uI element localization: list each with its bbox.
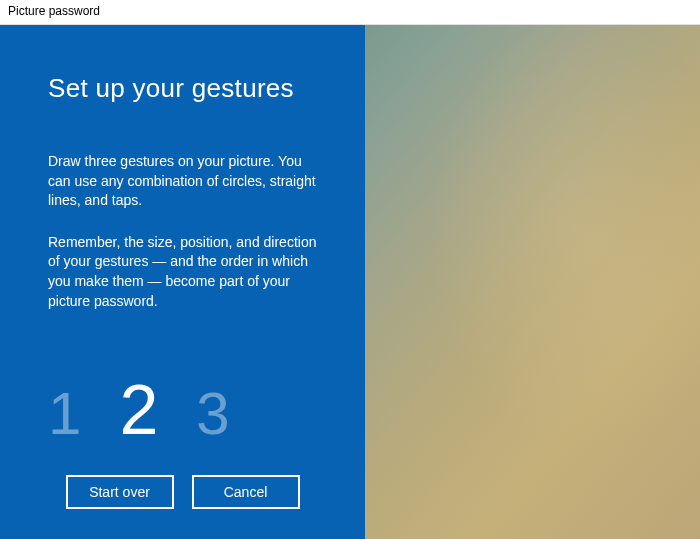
start-over-button[interactable]: Start over — [66, 475, 174, 509]
step-3: 3 — [196, 384, 229, 444]
instruction-text-2: Remember, the size, position, and direct… — [48, 233, 325, 311]
button-row: Start over Cancel — [0, 475, 365, 509]
step-1: 1 — [48, 384, 81, 444]
instruction-text-1: Draw three gestures on your picture. You… — [48, 152, 325, 211]
instruction-panel: Set up your gestures Draw three gestures… — [0, 25, 365, 539]
gesture-picture-area[interactable] — [365, 25, 700, 539]
window-titlebar: Picture password — [0, 0, 700, 25]
window-title: Picture password — [8, 4, 100, 18]
page-heading: Set up your gestures — [48, 73, 325, 104]
gesture-step-indicator: 1 2 3 — [48, 375, 325, 445]
step-2-active: 2 — [119, 375, 158, 445]
content-area: Set up your gestures Draw three gestures… — [0, 25, 700, 539]
cancel-button[interactable]: Cancel — [192, 475, 300, 509]
